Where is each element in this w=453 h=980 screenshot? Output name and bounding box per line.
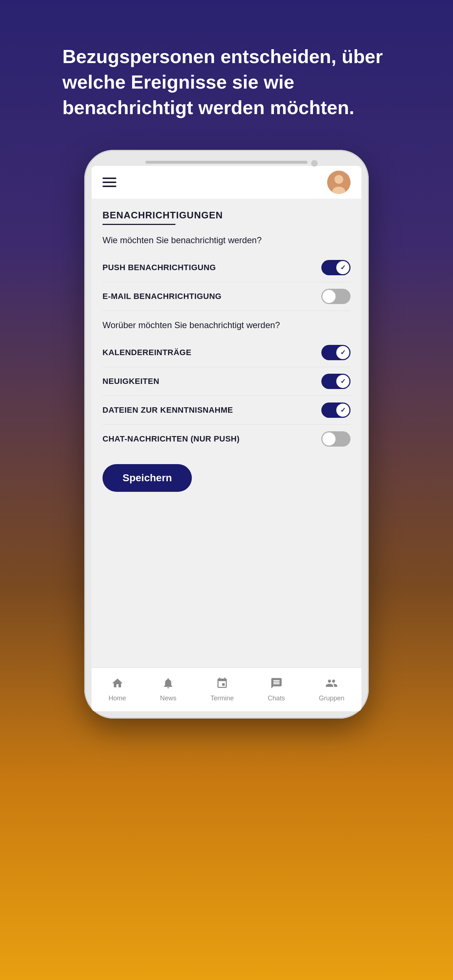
question-1: Wie möchten Sie benachrichtigt werden? bbox=[102, 235, 351, 245]
group-icon bbox=[325, 677, 338, 692]
phone-camera bbox=[311, 160, 318, 167]
toggle-files[interactable]: ✓ bbox=[321, 402, 351, 418]
nav-item-chats[interactable]: Chats bbox=[268, 677, 285, 702]
bottom-nav: Home News Termine bbox=[91, 668, 362, 711]
page-title: BENACHRICHTIGUNGEN bbox=[102, 210, 351, 221]
toggle-row-email: E-MAIL BENACHRICHTIGUNG bbox=[102, 282, 351, 311]
toggle-knob-push: ✓ bbox=[336, 261, 349, 274]
toggle-news[interactable]: ✓ bbox=[321, 374, 351, 389]
checkmark-files: ✓ bbox=[340, 406, 346, 414]
toggle-knob-email bbox=[322, 290, 335, 303]
toggle-knob-chat bbox=[322, 433, 335, 445]
nav-item-home[interactable]: Home bbox=[109, 677, 126, 702]
toggle-knob-news: ✓ bbox=[336, 375, 349, 388]
nav-item-gruppen[interactable]: Gruppen bbox=[319, 677, 344, 702]
phone-notch bbox=[145, 161, 308, 164]
toggle-label-calendar: KALENDEREINTRÄGE bbox=[102, 348, 191, 357]
nav-label-termine: Termine bbox=[211, 695, 234, 702]
toggle-row-calendar: KALENDEREINTRÄGE ✓ bbox=[102, 338, 351, 367]
toggle-chat[interactable] bbox=[321, 431, 351, 447]
chat-icon bbox=[270, 677, 283, 692]
content-area: BENACHRICHTIGUNGEN Wie möchten Sie benac… bbox=[91, 199, 362, 668]
bell-icon bbox=[162, 677, 174, 692]
toggle-calendar[interactable]: ✓ bbox=[321, 345, 351, 360]
checkmark-calendar: ✓ bbox=[340, 348, 346, 356]
toggle-label-news: NEUIGKEITEN bbox=[102, 377, 160, 386]
phone-frame: BENACHRICHTIGUNGEN Wie möchten Sie benac… bbox=[84, 150, 369, 719]
nav-item-news[interactable]: News bbox=[160, 677, 177, 702]
nav-label-news: News bbox=[160, 695, 177, 702]
checkmark-push: ✓ bbox=[340, 264, 346, 272]
calendar-icon bbox=[216, 677, 228, 692]
question-2: Worüber möchten Sie benachrichtigt werde… bbox=[102, 320, 351, 330]
title-underline bbox=[102, 224, 175, 225]
toggle-label-files: DATEIEN ZUR KENNTNISNAHME bbox=[102, 406, 233, 415]
checkmark-news: ✓ bbox=[340, 377, 346, 385]
toggle-row-chat: CHAT-NACHRICHTEN (NUR PUSH) bbox=[102, 425, 351, 453]
menu-button[interactable] bbox=[102, 178, 116, 187]
toggle-label-chat: CHAT-NACHRICHTEN (NUR PUSH) bbox=[102, 434, 239, 444]
toggle-knob-calendar: ✓ bbox=[336, 346, 349, 359]
toggle-email[interactable] bbox=[321, 289, 351, 304]
home-icon bbox=[111, 677, 124, 692]
toggle-label-email: E-MAIL BENACHRICHTIGUNG bbox=[102, 292, 222, 301]
phone-screen: BENACHRICHTIGUNGEN Wie möchten Sie benac… bbox=[91, 166, 362, 711]
toggle-label-push: PUSH BENACHRICHTIGUNG bbox=[102, 263, 216, 272]
header-text: Bezugspersonen entscheiden, über welche … bbox=[62, 44, 391, 121]
save-button[interactable]: Speichern bbox=[102, 464, 192, 492]
svg-point-1 bbox=[335, 175, 343, 184]
toggle-push[interactable]: ✓ bbox=[321, 260, 351, 275]
nav-item-termine[interactable]: Termine bbox=[211, 677, 234, 702]
top-bar bbox=[91, 166, 362, 199]
toggle-row-push: PUSH BENACHRICHTIGUNG ✓ bbox=[102, 253, 351, 282]
avatar[interactable] bbox=[327, 170, 351, 194]
nav-label-home: Home bbox=[109, 695, 126, 702]
toggle-knob-files: ✓ bbox=[336, 404, 349, 417]
nav-label-gruppen: Gruppen bbox=[319, 695, 344, 702]
nav-label-chats: Chats bbox=[268, 695, 285, 702]
toggle-row-news: NEUIGKEITEN ✓ bbox=[102, 367, 351, 396]
toggle-row-files: DATEIEN ZUR KENNTNISNAHME ✓ bbox=[102, 396, 351, 425]
